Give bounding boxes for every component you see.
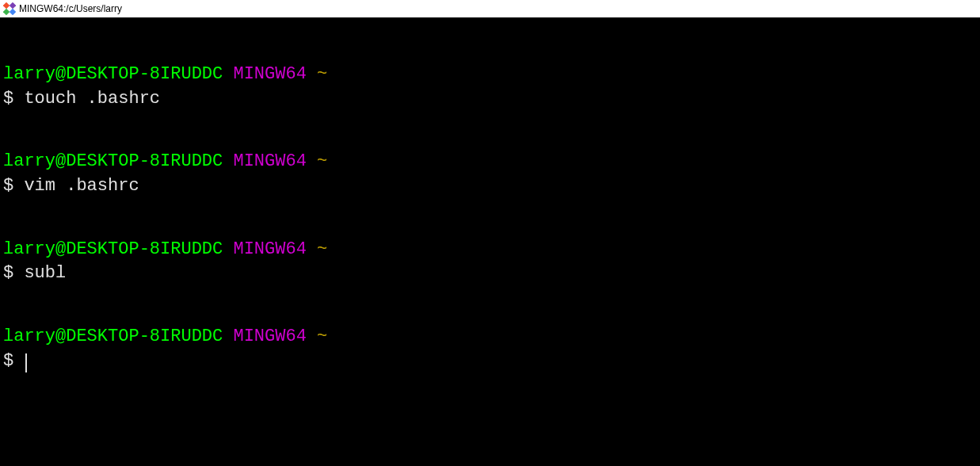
prompt-symbol: $ — [3, 89, 13, 109]
prompt-symbol: $ — [3, 263, 13, 283]
prompt-symbol: $ — [3, 351, 13, 371]
prompt-symbol: $ — [3, 176, 13, 196]
terminal-entry: larry@DESKTOP-8IRUDDC MINGW64 ~ $ subl — [3, 238, 977, 287]
command-text: touch .bashrc — [24, 89, 160, 109]
prompt-user-host: larry@DESKTOP-8IRUDDC — [3, 64, 223, 84]
prompt-path: ~ — [317, 239, 327, 259]
git-bash-icon — [3, 2, 16, 15]
terminal-entry: larry@DESKTOP-8IRUDDC MINGW64 ~ $ vim .b… — [3, 150, 977, 199]
cursor-icon — [25, 353, 27, 372]
svg-rect-0 — [3, 2, 10, 9]
command-text: vim .bashrc — [24, 176, 139, 196]
prompt-env: MINGW64 — [233, 151, 306, 171]
svg-rect-3 — [10, 9, 16, 15]
prompt-user-host: larry@DESKTOP-8IRUDDC — [3, 239, 223, 259]
terminal-entry: larry@DESKTOP-8IRUDDC MINGW64 ~ $ — [3, 325, 977, 374]
prompt-user-host: larry@DESKTOP-8IRUDDC — [3, 327, 223, 346]
command-text: subl — [24, 263, 66, 283]
svg-rect-2 — [3, 9, 10, 15]
terminal-area[interactable]: larry@DESKTOP-8IRUDDC MINGW64 ~ $ touch … — [0, 17, 980, 466]
svg-rect-1 — [10, 2, 16, 9]
prompt-user-host: larry@DESKTOP-8IRUDDC — [3, 151, 223, 171]
window-title: MINGW64:/c/Users/larry — [19, 3, 122, 14]
prompt-env: MINGW64 — [233, 239, 306, 259]
prompt-path: ~ — [317, 327, 327, 346]
terminal-entry: larry@DESKTOP-8IRUDDC MINGW64 ~ $ touch … — [3, 63, 977, 112]
window-titlebar: MINGW64:/c/Users/larry — [0, 0, 980, 17]
prompt-path: ~ — [317, 151, 327, 171]
prompt-env: MINGW64 — [233, 327, 306, 346]
prompt-path: ~ — [317, 64, 327, 84]
prompt-env: MINGW64 — [233, 64, 306, 84]
